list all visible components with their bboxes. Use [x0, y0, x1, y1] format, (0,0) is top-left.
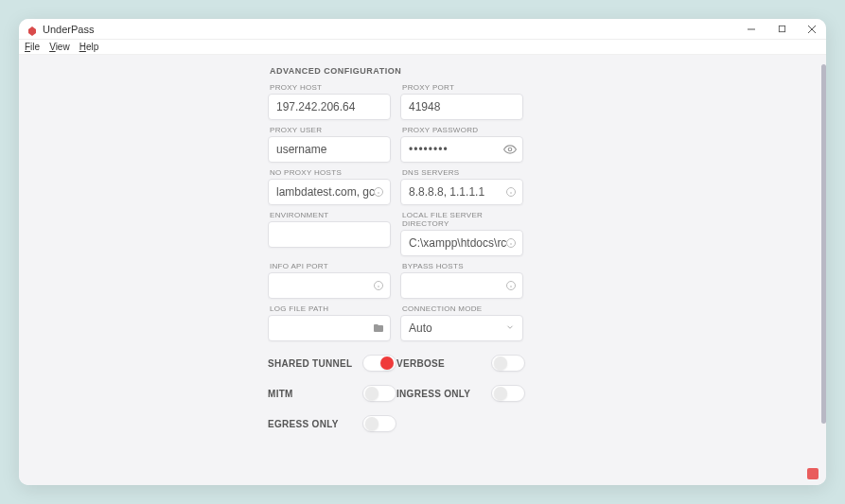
proxy-pass-field[interactable]: [409, 143, 515, 156]
info-port-field[interactable]: [276, 279, 382, 292]
proxy-port-input[interactable]: [400, 94, 523, 120]
menu-file[interactable]: File: [25, 42, 40, 52]
proxy-port-label: PROXY PORT: [400, 83, 523, 92]
toggle-knob: [494, 356, 507, 370]
no-proxy-field[interactable]: [276, 185, 382, 199]
folder-icon[interactable]: [373, 322, 384, 334]
ingress-toggle[interactable]: [491, 385, 525, 402]
scrollbar-thumb[interactable]: [821, 64, 826, 424]
bypass-input[interactable]: [400, 272, 523, 299]
window-title: UnderPass: [43, 24, 745, 35]
minimize-icon: [747, 25, 756, 34]
verbose-toggle[interactable]: [491, 355, 525, 372]
menu-view[interactable]: View: [49, 42, 70, 52]
bypass-field[interactable]: [409, 279, 515, 292]
window-controls: [745, 23, 819, 36]
close-button[interactable]: [805, 23, 819, 36]
app-logo-icon: [26, 24, 38, 35]
log-path-label: LOG FILE PATH: [268, 304, 391, 313]
conn-mode-value: Auto: [409, 322, 432, 335]
info-port-input[interactable]: [268, 272, 391, 299]
titlebar: UnderPass: [19, 19, 826, 40]
proxy-pass-input[interactable]: [400, 136, 523, 163]
svg-point-4: [508, 148, 512, 151]
proxy-user-label: PROXY USER: [268, 126, 391, 134]
toggle-knob: [365, 417, 378, 430]
proxy-host-label: PROXY HOST: [268, 83, 391, 92]
log-path-field[interactable]: [276, 322, 382, 335]
env-input[interactable]: [268, 221, 391, 248]
proxy-host-field[interactable]: [276, 100, 382, 113]
info-icon[interactable]: [373, 280, 384, 291]
local-dir-input[interactable]: [400, 230, 523, 256]
conn-mode-select[interactable]: Auto: [400, 315, 523, 341]
content-area: ADVANCED CONFIGURATION PROXY HOST PROXY …: [19, 55, 826, 485]
no-proxy-label: NO PROXY HOSTS: [268, 168, 391, 177]
shared-tunnel-toggle[interactable]: [362, 355, 396, 372]
shared-tunnel-label: SHARED TUNNEL: [268, 358, 362, 369]
toggle-knob: [494, 387, 507, 400]
local-dir-field[interactable]: [409, 236, 515, 250]
menubar: File View Help: [19, 40, 826, 55]
env-label: ENVIRONMENT: [268, 211, 391, 219]
eye-icon[interactable]: [503, 143, 517, 156]
info-icon[interactable]: [373, 186, 384, 198]
menu-help[interactable]: Help: [79, 42, 99, 52]
svg-rect-1: [779, 26, 784, 31]
close-icon: [807, 25, 817, 34]
toggle-knob: [380, 356, 394, 370]
bypass-label: BYPASS HOSTS: [400, 262, 523, 270]
mitm-label: MITM: [268, 389, 362, 399]
verbose-label: VERBOSE: [396, 358, 491, 369]
sidebar: [19, 55, 268, 485]
minimize-button[interactable]: [745, 23, 758, 36]
dns-label: DNS SERVERS: [400, 168, 523, 177]
notification-badge[interactable]: [807, 468, 819, 479]
info-icon[interactable]: [505, 280, 517, 291]
info-icon[interactable]: [505, 186, 517, 198]
info-port-label: INFO API PORT: [268, 262, 391, 270]
no-proxy-input[interactable]: [268, 179, 391, 205]
toggle-knob: [365, 387, 378, 400]
local-dir-label: LOCAL FILE SERVER DIRECTORY: [400, 211, 523, 228]
form-area: ADVANCED CONFIGURATION PROXY HOST PROXY …: [268, 55, 826, 485]
egress-toggle[interactable]: [362, 415, 396, 432]
maximize-button[interactable]: [775, 23, 788, 36]
env-field[interactable]: [276, 228, 382, 241]
proxy-user-input[interactable]: [268, 136, 391, 163]
dns-field[interactable]: [409, 185, 515, 199]
dns-input[interactable]: [400, 179, 523, 205]
mitm-toggle[interactable]: [362, 385, 396, 402]
proxy-host-input[interactable]: [268, 94, 391, 120]
proxy-user-field[interactable]: [276, 143, 382, 156]
log-path-input[interactable]: [268, 315, 391, 341]
chevron-down-icon: [505, 322, 515, 335]
scrollbar-track[interactable]: [820, 55, 826, 485]
ingress-label: INGRESS ONLY: [396, 389, 491, 399]
proxy-port-field[interactable]: [409, 100, 515, 113]
proxy-pass-label: PROXY PASSWORD: [400, 126, 523, 134]
egress-label: EGRESS ONLY: [268, 419, 362, 429]
section-title: ADVANCED CONFIGURATION: [268, 66, 533, 76]
maximize-icon: [778, 25, 786, 33]
app-window: UnderPass File View Help ADVANCED CONFIG…: [19, 19, 826, 485]
info-icon[interactable]: [505, 237, 517, 249]
conn-mode-label: CONNECTION MODE: [400, 304, 523, 313]
